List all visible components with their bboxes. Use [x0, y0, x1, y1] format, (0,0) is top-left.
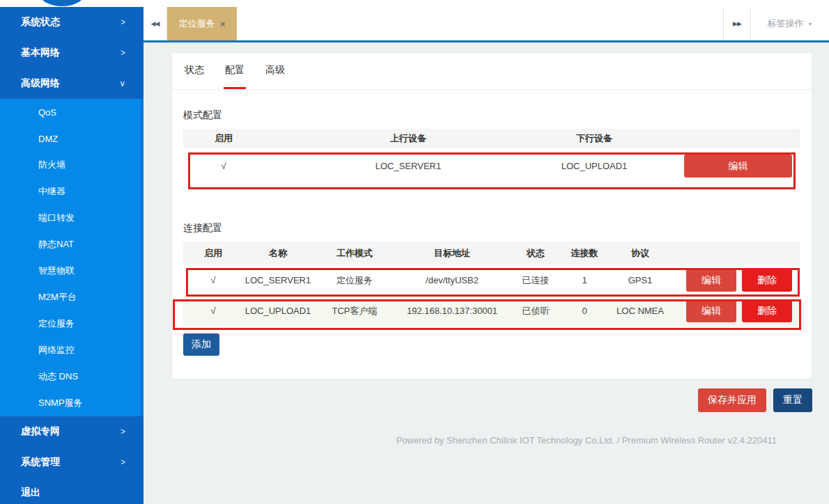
column-header: 上行设备	[264, 132, 552, 145]
tab-status[interactable]: 状态	[183, 53, 206, 89]
sidebar-item-system-management[interactable]: 系统管理 >	[0, 447, 144, 478]
mode-config-section: 模式配置 启用 上行设备 下行设备 √ LOC_SERVER1 LOC_UPLO…	[183, 108, 800, 184]
sidebar-item-label: M2M平台	[38, 291, 77, 304]
sidebar-item-system-status[interactable]: 系统状态 >	[0, 7, 144, 38]
double-arrow-left-icon: ◀◀	[151, 20, 160, 27]
column-header: 下行设备	[552, 132, 636, 145]
reset-button[interactable]: 重置	[773, 388, 812, 412]
caret-down-icon: ▼	[808, 22, 813, 26]
tab-advanced[interactable]: 高级	[264, 53, 286, 89]
sidebar-item-port-forwarding[interactable]: 端口转发	[0, 205, 144, 231]
sidebar-item-snmp-service[interactable]: SNMP服务	[0, 390, 144, 416]
sidebar-item-location-service[interactable]: 定位服务	[0, 310, 144, 337]
table-row: √ LOC_UPLOAD1 TCP客户端 192.168.10.137:3000…	[183, 296, 800, 326]
sidebar-item-label: SNMP服务	[38, 397, 83, 409]
close-icon[interactable]: ×	[220, 19, 226, 29]
footer-credit: Powered by Shenzhen Chilink IOT Technolo…	[396, 435, 777, 446]
main-content: 状态 配置 高级 模式配置 启用 上行设备 下行设备 √ LOC_SERVER1…	[144, 42, 829, 504]
sidebar-item-dmz[interactable]: DMZ	[0, 125, 144, 152]
tab-operations-dropdown[interactable]: 标签操作 ▼	[751, 7, 829, 40]
tabs-scroll-right-button[interactable]: ▶▶	[723, 7, 751, 40]
sidebar-item-repeater[interactable]: 中继器	[0, 178, 144, 205]
tabs-scroll-left-button[interactable]: ◀◀	[144, 7, 167, 40]
tab-label: 定位服务	[179, 17, 215, 30]
delete-button[interactable]: 删除	[742, 300, 792, 322]
add-button[interactable]: 添加	[183, 333, 219, 356]
sidebar-item-logout[interactable]: 退出	[0, 478, 144, 504]
tab-location-service[interactable]: 定位服务 ×	[167, 7, 237, 40]
sidebar-item-advanced-network[interactable]: 高级网络 ∨	[0, 68, 144, 99]
sidebar-item-label: 端口转发	[38, 212, 75, 224]
name-value: LOC_UPLOAD1	[243, 306, 313, 316]
connection-count-value: 1	[564, 275, 605, 285]
sidebar-item-smart-iot[interactable]: 智慧物联	[0, 258, 144, 284]
downstream-device-value: LOC_UPLOAD1	[552, 161, 636, 171]
delete-button[interactable]: 删除	[742, 269, 792, 292]
sidebar-item-dynamic-dns[interactable]: 动态 DNS	[0, 363, 144, 390]
tab-label: 配置	[225, 64, 245, 77]
sidebar-item-vpn[interactable]: 虚拟专网 >	[0, 416, 144, 447]
edit-button[interactable]: 编辑	[684, 155, 792, 178]
enabled-checkmark: √	[183, 306, 243, 316]
sidebar-item-static-nat[interactable]: 静态NAT	[0, 231, 144, 258]
table-row: √ LOC_SERVER1 定位服务 /dev/ttyUSB2 已连接 1 GP…	[183, 265, 800, 296]
sidebar-item-label: 退出	[21, 487, 40, 499]
sidebar-item-label: 高级网络	[21, 77, 60, 90]
double-arrow-right-icon: ▶▶	[733, 20, 741, 27]
sidebar-item-qos[interactable]: QoS	[0, 99, 144, 125]
tabbar-spacer	[237, 7, 723, 40]
enabled-checkmark: √	[183, 275, 243, 285]
column-header: 启用	[183, 247, 243, 260]
sidebar-item-label: 中继器	[38, 185, 65, 198]
sidebar-item-label: 虚拟专网	[21, 425, 60, 438]
column-header: 启用	[183, 132, 264, 145]
save-and-apply-button[interactable]: 保存并应用	[698, 388, 766, 412]
work-mode-value: TCP客户端	[313, 305, 396, 317]
name-value: LOC_SERVER1	[243, 275, 313, 285]
table-row: √ LOC_SERVER1 LOC_UPLOAD1 编辑	[183, 148, 800, 184]
tab-bar: ◀◀ 定位服务 × ▶▶ 标签操作 ▼	[144, 7, 829, 42]
row-actions: 编辑 删除	[675, 269, 800, 292]
chevron-right-icon: >	[121, 457, 125, 467]
column-header: 工作模式	[313, 247, 396, 260]
sidebar-submenu: QoS DMZ 防火墙 中继器 端口转发 静态NAT 智慧物联 M2M平台 定位…	[0, 99, 144, 416]
edit-button[interactable]: 编辑	[686, 300, 736, 322]
connection-config-table: 启用 名称 工作模式 目标地址 状态 连接数 协议 √ LOC_SERVER1 …	[183, 242, 800, 326]
tab-label: 状态	[185, 64, 204, 77]
chevron-down-icon: ∨	[119, 79, 125, 88]
tab-label: 高级	[265, 64, 285, 77]
column-header: 连接数	[564, 247, 605, 260]
tab-config[interactable]: 配置	[224, 53, 246, 89]
sidebar-item-label: 基本网络	[21, 47, 60, 59]
logo	[40, 0, 84, 6]
mode-config-table: 启用 上行设备 下行设备 √ LOC_SERVER1 LOC_UPLOAD1 编…	[183, 129, 800, 184]
chevron-right-icon: >	[121, 48, 125, 58]
column-header: 状态	[508, 247, 564, 260]
settings-card: 状态 配置 高级 模式配置 启用 上行设备 下行设备 √ LOC_SERVER1…	[171, 52, 812, 379]
section-title: 模式配置	[183, 108, 800, 122]
tab-operations-label: 标签操作	[768, 17, 804, 30]
column-header: 名称	[243, 247, 313, 260]
sidebar-item-label: DMZ	[38, 134, 58, 144]
chevron-right-icon: >	[121, 17, 125, 27]
sidebar-item-firewall[interactable]: 防火墙	[0, 152, 144, 178]
upstream-device-value: LOC_SERVER1	[264, 161, 552, 171]
section-title: 连接配置	[183, 221, 800, 235]
sidebar-item-basic-network[interactable]: 基本网络 >	[0, 38, 144, 68]
sidebar-item-label: 网络监控	[38, 344, 75, 356]
sidebar-item-m2m-platform[interactable]: M2M平台	[0, 284, 144, 310]
row-actions: 编辑 删除	[675, 300, 800, 322]
top-strip	[0, 0, 829, 7]
table-header-row: 启用 名称 工作模式 目标地址 状态 连接数 协议	[183, 242, 800, 265]
sidebar-item-label: QoS	[38, 107, 56, 118]
sidebar-item-label: 防火墙	[38, 159, 65, 171]
chevron-right-icon: >	[121, 427, 125, 436]
form-actions: 保存并应用 重置	[698, 388, 812, 412]
target-address-value: 192.168.10.137:30001	[396, 306, 508, 316]
sidebar-item-network-monitor[interactable]: 网络监控	[0, 337, 144, 363]
column-header: 目标地址	[396, 247, 508, 260]
status-value: 已侦听	[508, 305, 564, 317]
sidebar: 系统状态 > 基本网络 > 高级网络 ∨ QoS DMZ 防火墙 中继器 端口转…	[0, 7, 144, 504]
sidebar-item-label: 动态 DNS	[38, 370, 78, 383]
edit-button[interactable]: 编辑	[686, 269, 736, 292]
